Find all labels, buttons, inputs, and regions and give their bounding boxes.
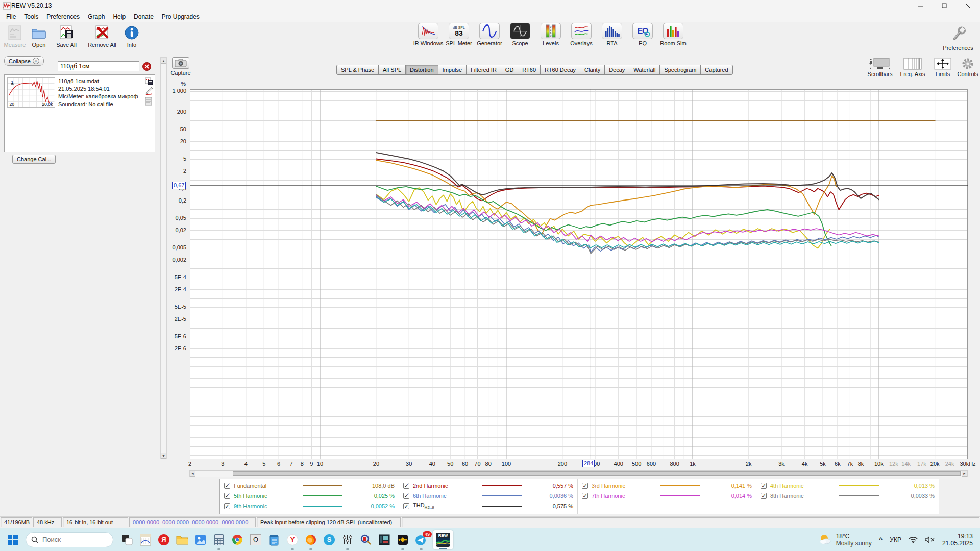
tab-filtered-ir[interactable]: Filtered IR bbox=[466, 65, 501, 75]
tab-clarity[interactable]: Clarity bbox=[580, 65, 605, 75]
x-tick-label: 8k bbox=[858, 461, 864, 467]
legend-5th-harmonic: ✓ 5th Harmonic 0,025 % bbox=[224, 491, 395, 500]
ir-windows-button[interactable]: IR Windows bbox=[413, 23, 443, 46]
scroll-up-arrow[interactable]: ▲ bbox=[161, 58, 166, 64]
limits-button[interactable]: Limits bbox=[929, 58, 956, 77]
calculator-icon[interactable] bbox=[212, 533, 226, 546]
menu-preferences[interactable]: Preferences bbox=[42, 12, 84, 22]
chrome-icon[interactable] bbox=[231, 533, 244, 546]
checkbox-4th-harmonic[interactable]: ✓ bbox=[761, 483, 767, 489]
info-button[interactable]: Info bbox=[121, 24, 142, 48]
audio-doc-icon[interactable] bbox=[139, 533, 152, 546]
tab-distortion[interactable]: Distortion bbox=[405, 65, 438, 75]
key-finder-icon[interactable] bbox=[359, 533, 373, 546]
eq-button[interactable]: EQ EQ bbox=[628, 23, 657, 46]
yandex-browser-icon[interactable]: Y bbox=[286, 533, 299, 546]
checkbox-5th-harmonic[interactable]: ✓ bbox=[224, 493, 230, 499]
telegram-icon[interactable]: 49 bbox=[414, 533, 428, 546]
scroll-right-arrow[interactable]: ► bbox=[962, 471, 967, 477]
notes-icon[interactable] bbox=[145, 97, 153, 106]
overlays-button[interactable]: Overlays bbox=[567, 23, 596, 46]
taskbar-search[interactable] bbox=[26, 532, 113, 547]
graph-h-scrollbar[interactable]: ◄ ► bbox=[189, 470, 968, 477]
swatch-3rd bbox=[660, 485, 700, 486]
room-sim-button[interactable]: Room Sim bbox=[658, 23, 688, 46]
capture-button[interactable]: Capture bbox=[169, 57, 192, 76]
freq-axis-button[interactable]: Freq. Axis bbox=[897, 58, 928, 77]
x-tick-label: 8 bbox=[301, 461, 304, 467]
save-measurement-icon[interactable] bbox=[145, 77, 153, 85]
measurement-name-input[interactable] bbox=[58, 61, 139, 71]
maximize-button[interactable] bbox=[933, 0, 956, 11]
tab-spectrogram[interactable]: Spectrogram bbox=[659, 65, 701, 75]
tab-decay[interactable]: Decay bbox=[604, 65, 629, 75]
yandex-icon[interactable]: Я bbox=[157, 533, 170, 546]
checkbox-3rd-harmonic[interactable]: ✓ bbox=[582, 483, 588, 489]
firefox-icon[interactable] bbox=[304, 533, 317, 546]
rta-button[interactable]: RTA bbox=[597, 23, 627, 46]
video-editor-icon[interactable] bbox=[378, 533, 391, 546]
measurement-row[interactable]: 1 20 20,0k 110дб 1см.mdat 21.05.2025 18:… bbox=[5, 76, 154, 109]
tab-captured[interactable]: Captured bbox=[700, 65, 732, 75]
tray-clock[interactable]: 19:13 21.05.2025 bbox=[942, 533, 973, 547]
menu-help[interactable]: Help bbox=[109, 12, 130, 22]
change-cal-button[interactable]: Change Cal... bbox=[12, 155, 56, 164]
menu-tools[interactable]: Tools bbox=[20, 12, 42, 22]
photos-icon[interactable] bbox=[194, 533, 207, 546]
scope-button[interactable]: Scope bbox=[505, 23, 535, 46]
distortion-plot[interactable] bbox=[190, 89, 968, 459]
collapse-button[interactable]: Collapse « bbox=[4, 56, 44, 66]
weather-widget[interactable]: 18°C Mostly sunny bbox=[819, 533, 872, 547]
tab-rt60-decay[interactable]: RT60 Decay bbox=[540, 65, 580, 75]
menu-file[interactable]: File bbox=[2, 12, 20, 22]
checkbox-fundamental[interactable]: ✓ bbox=[224, 483, 230, 489]
generator-button[interactable]: Generator bbox=[475, 23, 504, 46]
checkbox-9th-harmonic[interactable]: ✓ bbox=[224, 503, 230, 509]
checkbox-2nd-harmonic[interactable]: ✓ bbox=[403, 483, 409, 489]
skype-icon[interactable]: S bbox=[323, 533, 336, 546]
start-button[interactable] bbox=[6, 533, 19, 546]
tab-all-spl[interactable]: All SPL bbox=[378, 65, 406, 75]
checkbox-6th-harmonic[interactable]: ✓ bbox=[403, 493, 409, 499]
delete-measurement-button[interactable] bbox=[142, 62, 151, 71]
y-tick-label: 2E-4 bbox=[175, 286, 186, 292]
file-explorer-icon[interactable] bbox=[176, 533, 189, 546]
save-all-button[interactable]: Save All bbox=[51, 24, 82, 48]
levels-button[interactable]: 0369 Levels bbox=[536, 23, 566, 46]
menu-graph[interactable]: Graph bbox=[84, 12, 109, 22]
scroll-left-arrow[interactable]: ◄ bbox=[190, 471, 195, 477]
scrollbar-thumb[interactable] bbox=[233, 471, 961, 476]
notepad-icon[interactable] bbox=[267, 533, 281, 546]
mixer-icon[interactable] bbox=[341, 533, 354, 546]
search-input[interactable] bbox=[42, 536, 99, 543]
tab-spl-phase[interactable]: SPL & Phase bbox=[336, 65, 379, 75]
close-button[interactable] bbox=[956, 0, 979, 11]
open-button[interactable]: Open bbox=[28, 24, 50, 48]
wifi-icon[interactable] bbox=[909, 536, 918, 543]
preferences-button[interactable]: Preferences bbox=[940, 26, 976, 51]
menu-pro-upgrades[interactable]: Pro Upgrades bbox=[158, 12, 204, 22]
volume-muted-icon[interactable] bbox=[925, 536, 935, 543]
tab-gd[interactable]: GD bbox=[501, 65, 519, 75]
checkbox-thd[interactable]: ✓ bbox=[403, 503, 409, 509]
binance-icon[interactable] bbox=[396, 533, 409, 546]
minimize-button[interactable] bbox=[909, 0, 933, 11]
tab-waterfall[interactable]: Waterfall bbox=[629, 65, 660, 75]
edit-pen-icon[interactable] bbox=[145, 87, 153, 96]
checkbox-7th-harmonic[interactable]: ✓ bbox=[582, 493, 588, 499]
x-tick-label: 2k bbox=[746, 461, 752, 467]
thumb-freq-max: 20,0k bbox=[42, 102, 53, 107]
checkbox-8th-harmonic[interactable]: ✓ bbox=[761, 493, 767, 499]
tray-language[interactable]: УКР bbox=[890, 536, 901, 543]
omega-app-icon[interactable]: Ω bbox=[249, 533, 262, 546]
remove-all-button[interactable]: Remove All bbox=[84, 24, 120, 48]
tab-rt60[interactable]: RT60 bbox=[518, 65, 541, 75]
tray-chevron[interactable]: ^ bbox=[879, 536, 883, 543]
tab-impulse[interactable]: Impulse bbox=[438, 65, 467, 75]
menu-donate[interactable]: Donate bbox=[130, 12, 158, 22]
controls-button[interactable]: Controls bbox=[956, 58, 979, 77]
rew-taskbar-button[interactable]: REW bbox=[433, 530, 453, 549]
scrollbars-button[interactable]: Scrollbars bbox=[864, 58, 896, 77]
spl-meter-button[interactable]: dB SPL 83 SPL Meter bbox=[444, 23, 474, 46]
task-view-icon[interactable] bbox=[120, 533, 134, 546]
